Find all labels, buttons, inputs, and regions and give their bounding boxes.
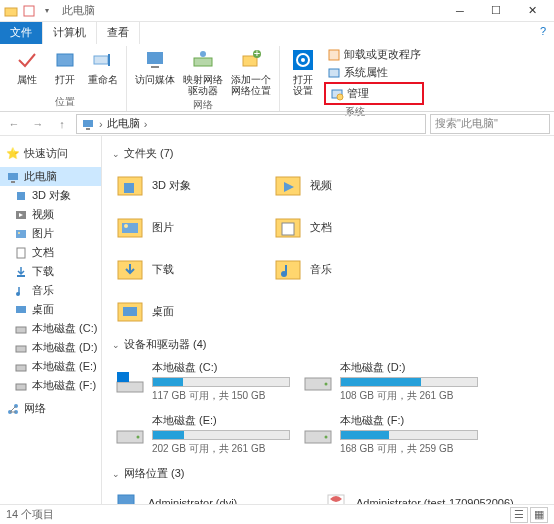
ribbon: 属性 打开 重命名 位置 访问媒体 映射网络 驱动器 + — [0, 44, 554, 112]
svg-rect-16 — [329, 69, 339, 77]
nav-child[interactable]: 视频 — [0, 205, 101, 224]
svg-rect-19 — [83, 120, 93, 127]
nav-network[interactable]: 网络 — [0, 399, 101, 418]
folder-icon — [114, 253, 146, 285]
folder-item[interactable]: 桌面 — [112, 293, 262, 329]
properties-button[interactable]: 属性 — [10, 46, 44, 95]
tab-file[interactable]: 文件 — [0, 22, 43, 44]
folder-item[interactable]: 下载 — [112, 251, 262, 287]
chevron-down-icon: ⌄ — [112, 149, 120, 159]
pc-icon — [81, 117, 95, 131]
svg-point-14 — [301, 58, 305, 62]
drive-usage-bar — [152, 430, 290, 440]
svg-rect-6 — [151, 66, 159, 68]
tab-view[interactable]: 查看 — [97, 22, 140, 44]
details-view-button[interactable]: ☰ — [510, 507, 528, 523]
search-input[interactable]: 搜索"此电脑" — [430, 114, 550, 134]
svg-rect-35 — [16, 384, 26, 390]
svg-rect-31 — [16, 306, 26, 313]
nav-this-pc[interactable]: 此电脑 — [0, 167, 101, 186]
properties-icon[interactable] — [22, 4, 36, 18]
add-network-location-button[interactable]: + 添加一个 网络位置 — [229, 46, 273, 98]
ribbon-group-location: 属性 打开 重命名 位置 — [4, 46, 127, 111]
network-locations-header[interactable]: ⌄ 网络位置 (3) — [112, 466, 544, 481]
minimize-button[interactable]: ─ — [442, 0, 478, 22]
svg-rect-33 — [16, 346, 26, 352]
folder-item[interactable]: 视频 — [270, 167, 420, 203]
nav-child[interactable]: 本地磁盘 (F:) — [0, 376, 101, 395]
svg-rect-34 — [16, 365, 26, 371]
ribbon-group-system: 打开 设置 卸载或更改程序 系统属性 管理 系统 — [280, 46, 430, 111]
address-bar: ← → ↑ › 此电脑 › 搜索"此电脑" — [0, 112, 554, 136]
back-button[interactable]: ← — [4, 114, 24, 134]
nav-child[interactable]: 本地磁盘 (C:) — [0, 319, 101, 338]
network-location-item[interactable]: Administrator (dyj) — [112, 487, 312, 504]
nav-child[interactable]: 文档 — [0, 243, 101, 262]
folder-item[interactable]: 文档 — [270, 209, 420, 245]
svg-point-52 — [281, 271, 287, 277]
status-bar: 14 个项目 ☰ ▦ — [0, 504, 554, 524]
drive-item[interactable]: 本地磁盘 (F:)168 GB 可用，共 259 GB — [300, 411, 480, 458]
item-icon — [14, 322, 28, 336]
folder-item[interactable]: 图片 — [112, 209, 262, 245]
nav-child[interactable]: 本地磁盘 (D:) — [0, 338, 101, 357]
manage-icon — [330, 87, 344, 101]
drives-header[interactable]: ⌄ 设备和驱动器 (4) — [112, 337, 544, 352]
nav-child[interactable]: 下载 — [0, 262, 101, 281]
chevron-down-icon: ⌄ — [112, 469, 120, 479]
nav-child[interactable]: 本地磁盘 (E:) — [0, 357, 101, 376]
maximize-button[interactable]: ☐ — [478, 0, 514, 22]
open-button[interactable]: 打开 — [48, 46, 82, 95]
close-button[interactable]: ✕ — [514, 0, 550, 22]
nav-child[interactable]: 图片 — [0, 224, 101, 243]
breadcrumb[interactable]: › 此电脑 › — [76, 114, 426, 134]
folder-item[interactable]: 3D 对象 — [112, 167, 262, 203]
folders-header[interactable]: ⌄ 文件夹 (7) — [112, 146, 544, 161]
media-icon — [143, 48, 167, 72]
manage-button[interactable]: 管理 — [327, 85, 421, 102]
tab-computer[interactable]: 计算机 — [43, 22, 97, 44]
help-icon[interactable]: ? — [532, 22, 554, 44]
drive-item[interactable]: 本地磁盘 (E:)202 GB 可用，共 261 GB — [112, 411, 292, 458]
network-drive-icon — [191, 48, 215, 72]
folder-icon — [114, 295, 146, 327]
item-icon — [14, 360, 28, 374]
forward-button[interactable]: → — [28, 114, 48, 134]
svg-rect-23 — [17, 192, 25, 200]
item-icon — [14, 265, 28, 279]
manage-highlight: 管理 — [324, 82, 424, 105]
map-network-drive-button[interactable]: 映射网络 驱动器 — [181, 46, 225, 98]
up-button[interactable]: ↑ — [52, 114, 72, 134]
drive-item[interactable]: 本地磁盘 (C:)117 GB 可用，共 150 GB — [112, 358, 292, 405]
svg-rect-49 — [282, 223, 294, 235]
svg-rect-32 — [16, 327, 26, 333]
svg-point-27 — [18, 232, 20, 234]
rename-button[interactable]: 重命名 — [86, 46, 120, 95]
svg-point-62 — [325, 435, 328, 438]
folder-icon — [114, 169, 146, 201]
window-title: 此电脑 — [62, 3, 95, 18]
svg-point-47 — [124, 224, 128, 228]
open-settings-button[interactable]: 打开 设置 — [286, 46, 320, 105]
nav-child[interactable]: 桌面 — [0, 300, 101, 319]
folder-icon — [114, 211, 146, 243]
icons-view-button[interactable]: ▦ — [530, 507, 548, 523]
dropdown-icon[interactable]: ▾ — [40, 4, 54, 18]
network-location-item[interactable]: Administrator (test-1709052006) — [320, 487, 520, 504]
nav-quick-access[interactable]: ⭐ 快速访问 — [0, 144, 101, 163]
folder-icon — [272, 169, 304, 201]
drive-item[interactable]: 本地磁盘 (D:)108 GB 可用，共 261 GB — [300, 358, 480, 405]
svg-rect-42 — [124, 183, 134, 193]
nav-child[interactable]: 音乐 — [0, 281, 101, 300]
content-area: ⌄ 文件夹 (7) 3D 对象视频图片文档下载音乐桌面 ⌄ 设备和驱动器 (4)… — [102, 136, 554, 504]
svg-rect-55 — [117, 382, 143, 392]
system-properties-button[interactable]: 系统属性 — [324, 64, 424, 81]
uninstall-programs-button[interactable]: 卸载或更改程序 — [324, 46, 424, 63]
network-pc-icon — [322, 489, 350, 504]
access-media-button[interactable]: 访问媒体 — [133, 46, 177, 98]
folder-item[interactable]: 音乐 — [270, 251, 420, 287]
drive-icon — [302, 419, 334, 451]
svg-rect-3 — [94, 56, 108, 64]
nav-child[interactable]: 3D 对象 — [0, 186, 101, 205]
item-icon — [14, 284, 28, 298]
